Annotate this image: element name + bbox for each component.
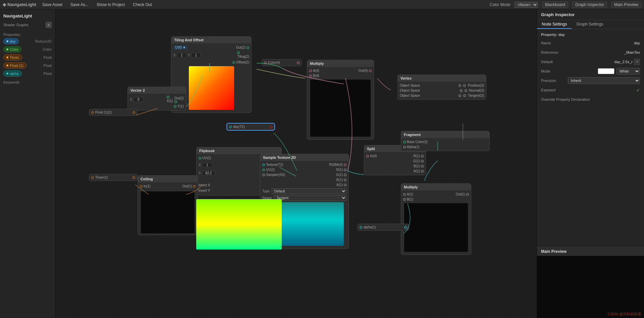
node-timer[interactable]: Timer(1) [89,174,138,181]
tab-graph-settings[interactable]: Graph Settings [572,20,608,29]
port-dot-rgba[interactable] [344,164,346,166]
port-in-alpha: Alpha(1) [403,145,420,149]
float-row: Float (1)(1) [91,110,135,114]
port-dot-alpha-in[interactable] [360,226,362,229]
port-dot-split-g[interactable] [421,160,424,163]
graph-inspector-tab[interactable]: Graph Inspector [572,1,607,8]
uv-dropdown[interactable]: UV0 ▼ [173,45,187,50]
port-dot-basecolor[interactable] [403,141,406,143]
flipbook-width-input[interactable] [202,163,212,168]
canvas[interactable]: Tiling And Offset UV0 ▼ Out(2) X Y Tilin… [55,9,537,318]
port-dot-day-out[interactable] [270,126,272,128]
port-dot-out-v2[interactable] [174,100,177,103]
node-alpha-bottom[interactable]: alpha(1) [357,224,409,231]
node-fragment[interactable]: Fragment Base Color(3) Alpha(1) [401,131,490,151]
port-dot-out-uv2[interactable] [247,46,249,49]
tab-node-settings[interactable]: Node Settings [537,20,572,29]
port-dot-x1[interactable] [167,96,169,98]
port-dot-bot-out[interactable] [466,193,469,196]
save-as-menu[interactable]: Save As... [68,2,91,8]
sample-space-select[interactable]: Tangent [274,195,346,201]
port-dot-day-in[interactable] [229,126,232,128]
prop-float1[interactable]: Float (1) Float [0,61,55,70]
vector2-x-input[interactable] [133,97,144,102]
prop-tag-alpha[interactable]: alpha [3,71,22,77]
port-dot-tangent-in[interactable] [459,94,461,97]
port-dot-timer-out[interactable] [132,176,135,179]
port-out-a1: A(1) [336,183,346,187]
main-preview-tab[interactable]: Main Preview [611,1,641,8]
prop-tag-color[interactable]: Color [3,46,21,52]
fragment-alpha-row: Alpha(1) [403,144,487,149]
port-dot-sam-uv[interactable] [262,169,265,171]
port-dot-g1[interactable] [344,174,346,176]
port-dot-bot-b[interactable] [403,198,406,201]
port-dot-sampler[interactable] [262,174,265,176]
tiling-y-input[interactable] [191,53,201,58]
mode-select[interactable]: White Black Gray [616,68,640,75]
add-shader-graph-btn[interactable]: + [46,22,52,28]
blackboard-tab[interactable]: Blackboard [542,1,568,8]
port-dot-offset[interactable] [232,61,235,64]
port-dot-frag-alpha[interactable] [403,146,406,148]
port-dot-pos-in[interactable] [459,84,461,87]
node-float[interactable]: Float (1)(1) [89,109,138,116]
port-dot-split-in[interactable] [366,155,369,157]
vertex-normal-ports: Normal(3) [460,89,484,92]
port-dot-a1[interactable] [344,184,346,186]
port-dot-tiling2[interactable] [237,51,240,54]
show-project-menu[interactable]: Show In Project [95,2,127,8]
node-multiply-bottom[interactable]: Multiply A(1) Out(1) B(1) [401,183,471,255]
node-ceiling[interactable]: Ceiling In(1) Out(1) [138,175,198,235]
prop-day[interactable]: day Texture2D [0,37,55,45]
check-out-menu[interactable]: Check Out [131,2,154,8]
port-in-offset: Offset(2) [232,60,249,64]
port-dot-split-a[interactable] [421,170,424,173]
port-dot-bot-a[interactable] [403,193,406,196]
port-dot-y1[interactable] [174,105,176,108]
port-dot-split-b[interactable] [421,165,424,168]
port-dot-normal-in[interactable] [460,89,463,92]
node-vector2[interactable]: Vector 2 X X(1) Out(2) Y(1) [127,87,186,110]
prop-tag-day[interactable]: day [3,38,19,44]
prop-tag-timer[interactable]: Timer [3,54,22,60]
mode-color-swatch[interactable] [598,68,614,74]
prop-timer[interactable]: Timer Float [0,53,55,61]
port-dot-ceiling-out[interactable] [193,185,196,188]
sample-type-select[interactable]: Default [272,188,346,194]
port-dot-pos-out[interactable] [463,84,466,87]
port-dot-split-r[interactable] [421,155,424,157]
port-dot-float-in[interactable] [91,111,94,114]
tiling-x-input[interactable] [177,53,186,58]
prop-tag-float1[interactable]: Float (1) [3,62,26,69]
prop-color[interactable]: Color Color [0,45,55,53]
port-dot-float-out[interactable] [132,111,135,114]
port-dot-alpha-out[interactable] [404,226,407,229]
node-multiply-top[interactable]: Multiply A(4) Out(4) B(4) [307,60,374,140]
port-dot-tangent-out[interactable] [463,94,466,97]
flipbook-height-input[interactable] [202,171,215,176]
port-dot-color4[interactable] [264,61,267,64]
sidebar-title: NavigateLight [0,12,55,21]
port-dot-b1[interactable] [344,179,346,181]
port-dot-ma[interactable] [309,70,312,72]
node-day-t2[interactable]: day(T2) [226,123,275,131]
precision-select[interactable]: Inherit Half Float [568,77,640,84]
port-dot-mb[interactable] [309,75,312,77]
field-default: Default day_2.5s_r ↺ [541,58,640,65]
port-dot-fb-uv[interactable] [199,157,201,160]
color-mode-select[interactable]: <None> [515,2,538,8]
port-dot-color4-out[interactable] [297,61,300,64]
split-a-row: A(1) [366,169,424,174]
node-vertex[interactable]: Vertex Object Space Position(3) Object S… [397,75,486,100]
port-dot-tex[interactable] [262,164,265,166]
default-reset-btn[interactable]: ↺ [634,59,640,65]
port-dot-ceiling-in[interactable] [140,185,143,188]
port-dot-timer[interactable] [91,176,94,179]
port-dot-normal-out[interactable] [465,89,467,92]
port-dot-r1[interactable] [344,169,346,171]
save-asset-menu[interactable]: Save Asset [40,2,64,8]
node-color4[interactable]: Color(4) [262,59,302,66]
port-dot-mult-out[interactable] [369,70,372,72]
prop-alpha[interactable]: alpha Float [0,70,55,78]
